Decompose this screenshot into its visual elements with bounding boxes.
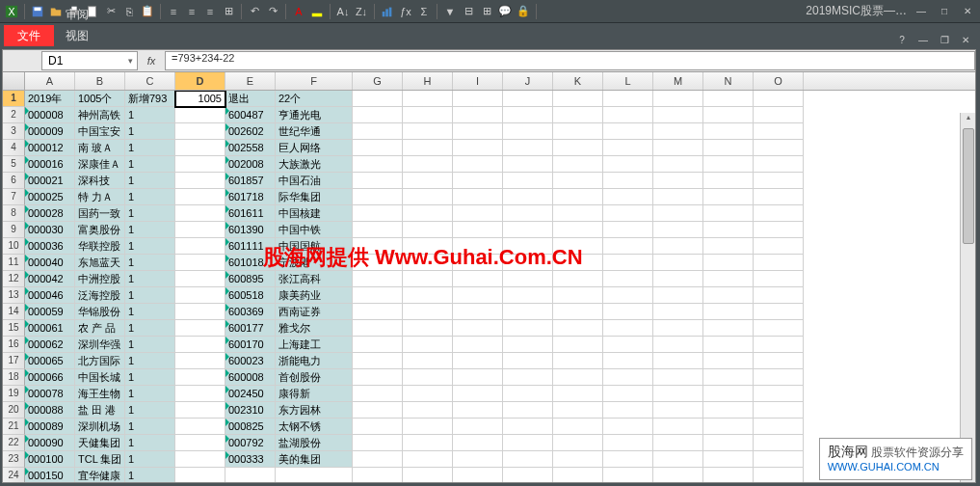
cell-E10[interactable]: 601111 — [225, 238, 276, 255]
scroll-thumb[interactable] — [963, 128, 974, 244]
cell-K15[interactable] — [553, 320, 603, 337]
minimize-button[interactable]: — — [913, 5, 930, 18]
cell-B3[interactable]: 中国宝安 — [75, 123, 125, 140]
cell-B16[interactable]: 深圳华强 — [75, 337, 125, 353]
cell-O23[interactable] — [754, 451, 804, 468]
cell-M5[interactable] — [653, 156, 703, 173]
row-header[interactable]: 22 — [3, 435, 25, 451]
cell-G8[interactable] — [353, 205, 403, 222]
cell-N18[interactable] — [703, 369, 754, 386]
cell-N3[interactable] — [703, 123, 754, 140]
cell-B9[interactable]: 富奥股份 — [75, 222, 125, 238]
cell-N10[interactable] — [703, 238, 754, 255]
cell-B12[interactable]: 中洲控股 — [75, 271, 125, 287]
cell-K17[interactable] — [553, 353, 603, 369]
row-header[interactable]: 3 — [3, 123, 25, 140]
cell-L2[interactable] — [603, 107, 653, 123]
cell-F4[interactable]: 巨人网络 — [276, 140, 353, 156]
cell-K1[interactable] — [553, 91, 603, 107]
cell-D18[interactable] — [175, 369, 225, 386]
cell-A18[interactable]: 000066 — [25, 369, 75, 386]
cell-F20[interactable]: 东方园林 — [276, 402, 353, 418]
cell-J11[interactable] — [503, 255, 553, 271]
row-header[interactable]: 15 — [3, 320, 25, 337]
row-header[interactable]: 2 — [3, 107, 25, 123]
cell-B17[interactable]: 北方国际 — [75, 353, 125, 369]
cell-C14[interactable]: 1 — [125, 304, 175, 320]
cell-J8[interactable] — [503, 205, 553, 222]
cell-O11[interactable] — [754, 255, 804, 271]
column-header-H[interactable]: H — [403, 72, 453, 90]
cell-J7[interactable] — [503, 189, 553, 205]
cell-D14[interactable] — [175, 304, 225, 320]
cell-C19[interactable]: 1 — [125, 386, 175, 402]
cell-H16[interactable] — [403, 337, 453, 353]
cell-A11[interactable]: 000040 — [25, 255, 75, 271]
cell-J19[interactable] — [503, 386, 553, 402]
cell-J3[interactable] — [503, 123, 553, 140]
row-header[interactable]: 21 — [3, 418, 25, 435]
cell-M11[interactable] — [653, 255, 703, 271]
cell-G18[interactable] — [353, 369, 403, 386]
cell-K21[interactable] — [553, 418, 603, 435]
cell-J20[interactable] — [503, 402, 553, 418]
copy-icon[interactable]: ⎘ — [121, 4, 137, 19]
cell-C23[interactable]: 1 — [125, 451, 175, 468]
cell-A8[interactable]: 000028 — [25, 205, 75, 222]
cell-D3[interactable] — [175, 123, 225, 140]
cell-K9[interactable] — [553, 222, 603, 238]
cell-O24[interactable] — [754, 468, 804, 482]
cell-E9[interactable]: 601390 — [225, 222, 276, 238]
cell-L4[interactable] — [603, 140, 653, 156]
column-header-D[interactable]: D — [175, 72, 225, 90]
cell-J4[interactable] — [503, 140, 553, 156]
cell-A13[interactable]: 000046 — [25, 287, 75, 304]
cell-K18[interactable] — [553, 369, 603, 386]
column-header-A[interactable]: A — [25, 72, 75, 90]
cell-L1[interactable] — [603, 91, 653, 107]
row-header[interactable]: 17 — [3, 353, 25, 369]
cell-F9[interactable]: 中国中铁 — [276, 222, 353, 238]
cell-F10[interactable]: 中国国航 — [276, 238, 353, 255]
cell-J17[interactable] — [503, 353, 553, 369]
cell-E18[interactable]: 600008 — [225, 369, 276, 386]
cell-L12[interactable] — [603, 271, 653, 287]
cell-K13[interactable] — [553, 287, 603, 304]
cell-G20[interactable] — [353, 402, 403, 418]
cell-F1[interactable]: 22个 — [276, 91, 353, 107]
cell-N12[interactable] — [703, 271, 754, 287]
redo-icon[interactable]: ↷ — [265, 4, 280, 19]
cell-I2[interactable] — [453, 107, 503, 123]
cell-A10[interactable]: 000036 — [25, 238, 75, 255]
cell-A14[interactable]: 000059 — [25, 304, 75, 320]
comment-icon[interactable]: 💬 — [497, 4, 513, 19]
cell-M6[interactable] — [653, 173, 703, 189]
cell-J16[interactable] — [503, 337, 553, 353]
cell-M14[interactable] — [653, 304, 703, 320]
column-header-C[interactable]: C — [125, 72, 175, 90]
cell-L20[interactable] — [603, 402, 653, 418]
cell-K23[interactable] — [553, 451, 603, 468]
row-header[interactable]: 16 — [3, 337, 25, 353]
cell-L16[interactable] — [603, 337, 653, 353]
cell-E2[interactable]: 600487 — [225, 107, 276, 123]
cell-A7[interactable]: 000025 — [25, 189, 75, 205]
cell-M17[interactable] — [653, 353, 703, 369]
cell-N2[interactable] — [703, 107, 754, 123]
cell-K2[interactable] — [553, 107, 603, 123]
cell-G14[interactable] — [353, 304, 403, 320]
cell-F5[interactable]: 大族激光 — [276, 156, 353, 173]
cell-D2[interactable] — [175, 107, 225, 123]
help-icon[interactable]: ? — [893, 33, 911, 46]
cell-H10[interactable] — [403, 238, 453, 255]
cell-C5[interactable]: 1 — [125, 156, 175, 173]
cell-A12[interactable]: 000042 — [25, 271, 75, 287]
cell-C9[interactable]: 1 — [125, 222, 175, 238]
cell-L24[interactable] — [603, 468, 653, 482]
cell-K7[interactable] — [553, 189, 603, 205]
close-button[interactable]: ✕ — [959, 5, 976, 18]
cell-D1[interactable]: 1005 — [175, 91, 225, 107]
cell-J1[interactable] — [503, 91, 553, 107]
row-header[interactable]: 10 — [3, 238, 25, 255]
cell-B11[interactable]: 东旭蓝天 — [75, 255, 125, 271]
